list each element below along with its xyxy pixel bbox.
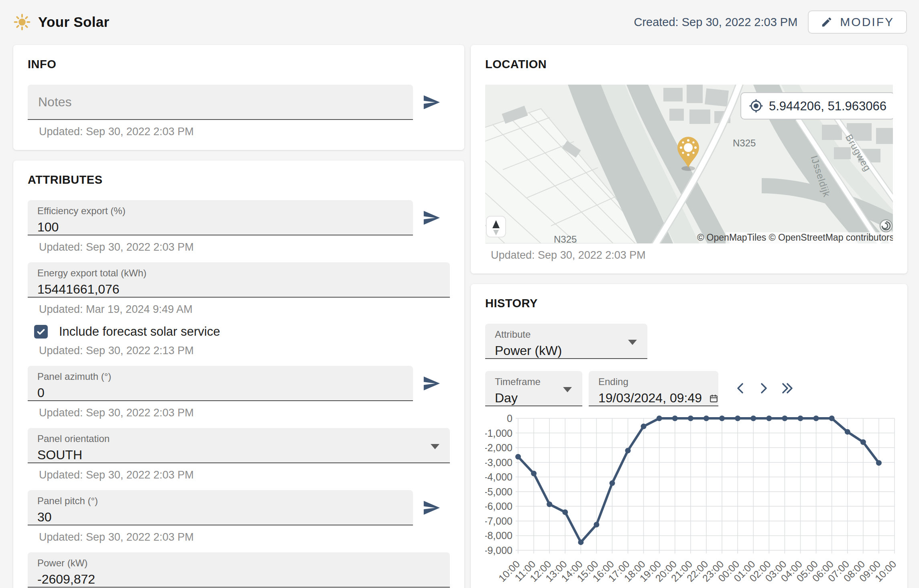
checkbox-label: Include forecast solar service <box>59 324 220 339</box>
chevron-right-icon <box>756 381 771 395</box>
svg-text:-3,000: -3,000 <box>485 457 512 468</box>
submit-panel-azimuth-button[interactable] <box>413 374 450 393</box>
attribute-group-include-forecast-solar-service: Include forecast solar service Updated: … <box>28 324 450 357</box>
attributes-card: ATTRIBUTES Efficiency export (%) 100 Upd… <box>13 160 464 588</box>
attributes-field-list: Efficiency export (%) 100 Updated: Sep 3… <box>28 200 450 588</box>
road-label-n325-secondary: N325 <box>554 234 577 243</box>
notes-field[interactable] <box>28 85 413 120</box>
svg-text:-2,000: -2,000 <box>485 442 512 453</box>
svg-text:© OpenMapTiles © OpenStreetMap: © OpenMapTiles © OpenStreetMap contribut… <box>697 232 893 243</box>
field-value: 15441661,076 <box>37 282 450 297</box>
field-value: -2609,872 <box>37 572 450 587</box>
submit-efficiency-export-button[interactable] <box>413 209 450 227</box>
location-card: LOCATION <box>471 45 907 274</box>
header: Your Solar Created: Sep 30, 2022 2:03 PM… <box>13 9 907 35</box>
attribute-select-label: Attribute <box>495 329 647 340</box>
attributes-heading: ATTRIBUTES <box>28 173 450 187</box>
history-card: HISTORY Attribute Power (kW) Timeframe D… <box>471 284 907 588</box>
maplibre-logo-icon <box>880 220 892 232</box>
period-navigation <box>731 379 796 398</box>
send-icon <box>422 374 441 393</box>
skip-to-latest-button[interactable] <box>778 379 796 398</box>
ending-input-value: 19/03/2024, 09:49 <box>598 391 702 406</box>
compass-control[interactable] <box>486 216 506 237</box>
field-label: Energy export total (kWh) <box>37 268 450 279</box>
updated-timestamp: Updated: Sep 30, 2022 2:03 PM <box>39 469 450 481</box>
svg-text:-8,000: -8,000 <box>485 530 512 541</box>
timeframe-select-label: Timeframe <box>495 376 582 387</box>
updated-timestamp: Updated: Sep 30, 2022 2:03 PM <box>39 407 450 419</box>
attribute-group-panel-azimuth: Panel azimuth (°) 0 Updated: Sep 30, 202… <box>28 366 450 419</box>
field-value: 0 <box>37 385 413 400</box>
modify-button-label: MODIFY <box>840 15 894 29</box>
svg-text:0: 0 <box>507 414 512 424</box>
map[interactable]: N325 N325 IJsseldijk Brugweg <box>485 85 893 243</box>
svg-text:-7,000: -7,000 <box>485 515 512 527</box>
attribute-group-panel-orientation: Panel orientation SOUTH Updated: Sep 30,… <box>28 428 450 481</box>
next-period-button[interactable] <box>754 379 773 398</box>
sun-icon <box>13 13 31 31</box>
attribute-group-energy-export-total-kwh: Energy export total (kWh) 15441661,076 U… <box>28 262 450 316</box>
svg-text:-9,000: -9,000 <box>485 545 512 556</box>
field-panel-orientation[interactable]: Panel orientation SOUTH <box>28 428 450 463</box>
page: Your Solar Created: Sep 30, 2022 2:03 PM… <box>0 0 919 588</box>
check-icon <box>36 326 46 337</box>
info-card: INFO Updated: Sep 30, 2022 2:03 PM <box>13 45 464 150</box>
chevron-left-icon <box>733 381 748 395</box>
field-label: Panel pitch (°) <box>37 495 413 507</box>
history-chart-wrap: 0-1,000-2,000-3,000-4,000-5,000-6,000-7,… <box>485 414 893 588</box>
updated-timestamp: Updated: Sep 30, 2022 2:13 PM <box>39 345 450 357</box>
attribute-select-value: Power (kW) <box>495 343 647 358</box>
notes-input[interactable] <box>37 94 396 110</box>
field-value: 30 <box>37 510 413 525</box>
send-icon <box>422 499 441 517</box>
coordinates-text: 5.944206, 51.963066 <box>769 99 886 113</box>
chevron-down-icon <box>431 444 439 449</box>
prev-period-button[interactable] <box>731 379 750 398</box>
location-heading: LOCATION <box>485 58 893 71</box>
notes-updated-timestamp: Updated: Sep 30, 2022 2:03 PM <box>39 126 450 138</box>
chevron-down-icon <box>563 387 572 392</box>
map-canvas: N325 N325 IJsseldijk Brugweg <box>485 85 893 243</box>
pencil-icon <box>821 16 833 28</box>
field-label: Power (kW) <box>37 558 450 569</box>
created-timestamp: Created: Sep 30, 2022 2:03 PM <box>634 16 797 29</box>
updated-timestamp: Updated: Sep 30, 2022 2:03 PM <box>39 241 450 253</box>
field-label: Panel orientation <box>37 433 450 444</box>
ending-datetime-input[interactable]: Ending 19/03/2024, 09:49 <box>589 371 718 406</box>
location-updated-timestamp: Updated: Sep 30, 2022 2:03 PM <box>491 249 893 262</box>
checkbox-row: Include forecast solar service <box>34 324 450 339</box>
attribute-group-panel-pitch: Panel pitch (°) 30 Updated: Sep 30, 2022… <box>28 490 450 543</box>
send-icon <box>422 93 441 112</box>
history-chart: 0-1,000-2,000-3,000-4,000-5,000-6,000-7,… <box>485 414 898 586</box>
attribute-group-efficiency-export: Efficiency export (%) 100 Updated: Sep 3… <box>28 200 450 253</box>
info-heading: INFO <box>28 58 450 71</box>
include-forecast-solar-service-checkbox[interactable] <box>34 325 48 339</box>
updated-timestamp: Updated: Sep 30, 2022 2:03 PM <box>39 531 450 543</box>
road-label-n325: N325 <box>733 138 756 148</box>
updated-timestamp: Updated: Mar 19, 2024 9:49 AM <box>39 303 450 316</box>
timeframe-select[interactable]: Timeframe Day <box>485 371 582 406</box>
field-value: 100 <box>37 220 413 235</box>
field-panel-pitch[interactable]: Panel pitch (°) 30 <box>28 490 413 525</box>
coordinates-chip: 5.944206, 51.963066 <box>741 93 893 119</box>
field-power-kw: Power (kW) -2609,872 <box>28 552 450 588</box>
modify-button[interactable]: MODIFY <box>808 10 907 34</box>
submit-panel-pitch-button[interactable] <box>413 499 450 517</box>
calendar-icon[interactable] <box>709 392 718 404</box>
attribute-select[interactable]: Attribute Power (kW) <box>485 324 647 359</box>
svg-text:-5,000: -5,000 <box>485 486 512 497</box>
attribute-group-power-kw: Power (kW) -2609,872 Updated: Mar 19, 20… <box>28 552 450 588</box>
chevron-down-icon <box>628 340 637 345</box>
header-right: Created: Sep 30, 2022 2:03 PM MODIFY <box>634 10 907 34</box>
field-panel-azimuth[interactable]: Panel azimuth (°) 0 <box>28 366 413 401</box>
svg-text:-4,000: -4,000 <box>485 471 512 483</box>
field-efficiency-export[interactable]: Efficiency export (%) 100 <box>28 200 413 235</box>
submit-notes-button[interactable] <box>413 93 450 112</box>
history-heading: HISTORY <box>485 297 893 310</box>
field-energy-export-total-kwh: Energy export total (kWh) 15441661,076 <box>28 262 450 298</box>
timeframe-select-value: Day <box>495 391 582 406</box>
page-title: Your Solar <box>38 14 109 30</box>
field-value: SOUTH <box>37 448 450 462</box>
map-attribution[interactable]: © OpenMapTiles © OpenStreetMap contribut… <box>697 232 893 243</box>
